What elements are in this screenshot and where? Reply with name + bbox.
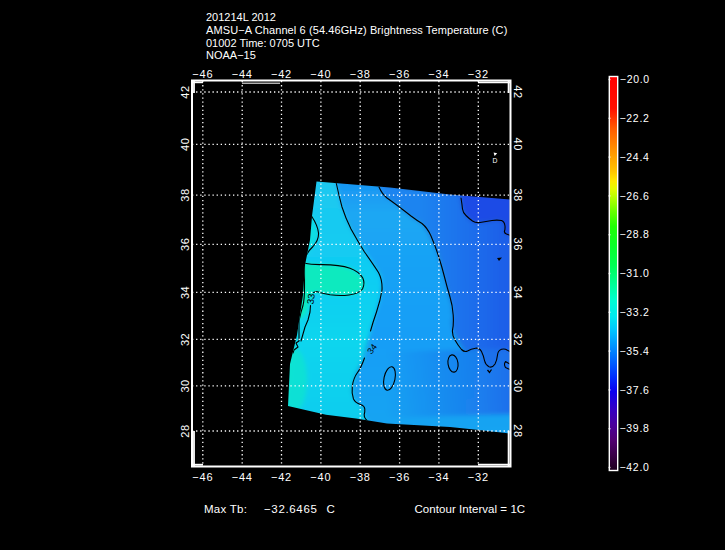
svg-text:−40: −40 (310, 68, 331, 80)
svg-text:−44: −44 (232, 68, 253, 80)
svg-text:−20.0: −20.0 (620, 73, 650, 85)
svg-text:−46: −46 (192, 68, 213, 80)
svg-text:C: C (327, 503, 335, 515)
svg-text:D: D (493, 157, 498, 164)
svg-text:40: 40 (179, 138, 191, 151)
svg-text:−42: −42 (271, 68, 292, 80)
svg-text:−34: −34 (428, 68, 449, 80)
svg-text:28: 28 (179, 424, 191, 437)
svg-text:−26.6: −26.6 (620, 190, 650, 202)
svg-text:−42: −42 (271, 471, 292, 483)
svg-text:30: 30 (512, 379, 524, 392)
svg-text:01002 Time: 0705 UTC: 01002 Time: 0705 UTC (206, 37, 320, 49)
svg-text:Max Tb:: Max Tb: (204, 503, 247, 515)
svg-text:−32.6465: −32.6465 (264, 503, 318, 515)
svg-text:38: 38 (179, 188, 191, 201)
svg-text:38: 38 (512, 188, 524, 201)
svg-text:−22.2: −22.2 (620, 112, 650, 124)
svg-text:32: 32 (512, 333, 524, 346)
svg-text:−38: −38 (350, 68, 371, 80)
svg-text:−33.2: −33.2 (620, 306, 650, 318)
svg-text:−42.0: −42.0 (620, 461, 650, 473)
svg-text:−38: −38 (350, 471, 371, 483)
svg-text:33: 33 (305, 293, 317, 305)
svg-text:−34: −34 (428, 471, 449, 483)
svg-text:−40: −40 (310, 471, 331, 483)
svg-text:−39.8: −39.8 (620, 422, 650, 434)
svg-text:36: 36 (512, 238, 524, 251)
svg-text:30: 30 (179, 379, 191, 392)
svg-text:−37.6: −37.6 (620, 384, 650, 396)
svg-text:−46: −46 (192, 471, 213, 483)
svg-text:42: 42 (512, 85, 524, 98)
svg-text:201214L 2012: 201214L 2012 (206, 11, 276, 23)
svg-text:AMSU−A Channel 6 (54.46GHz) Br: AMSU−A Channel 6 (54.46GHz) Brightness T… (206, 24, 507, 36)
svg-text:−32: −32 (468, 471, 489, 483)
svg-text:34: 34 (512, 286, 524, 299)
svg-text:Contour Interval = 1C: Contour Interval = 1C (415, 503, 526, 515)
svg-text:42: 42 (179, 85, 191, 98)
svg-text:−32: −32 (468, 68, 489, 80)
svg-text:−31.0: −31.0 (620, 267, 650, 279)
svg-text:40: 40 (512, 138, 524, 151)
svg-text:−36: −36 (389, 471, 410, 483)
svg-text:34: 34 (179, 286, 191, 299)
svg-text:−24.4: −24.4 (620, 151, 650, 163)
svg-text:28: 28 (512, 424, 524, 437)
svg-text:−35.4: −35.4 (620, 345, 650, 357)
svg-text:NOAA−15: NOAA−15 (206, 49, 256, 61)
svg-text:−44: −44 (232, 471, 253, 483)
svg-text:36: 36 (179, 238, 191, 251)
svg-text:32: 32 (179, 333, 191, 346)
svg-text:−36: −36 (389, 68, 410, 80)
svg-text:−28.8: −28.8 (620, 228, 650, 240)
